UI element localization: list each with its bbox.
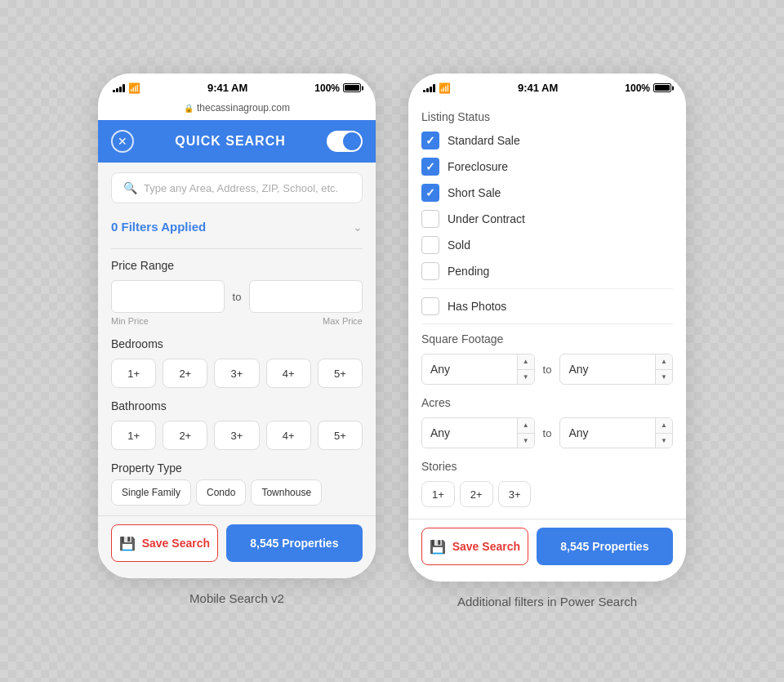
max-price-input[interactable] <box>249 280 363 313</box>
checkbox-has-photos-label: Has Photos <box>448 300 506 313</box>
url-bar-1: 🔒 thecassinagroup.com <box>98 99 376 120</box>
acres-from-input[interactable]: Any ▲ ▼ <box>421 417 535 448</box>
bed-btn-2[interactable]: 2+ <box>163 359 207 388</box>
section-divider-2 <box>421 323 673 324</box>
bed-btn-1[interactable]: 1+ <box>111 359 156 388</box>
acres-from-down[interactable]: ▼ <box>518 434 534 448</box>
acres-to-down[interactable]: ▼ <box>656 434 672 448</box>
checkbox-pending-label: Pending <box>448 265 489 278</box>
price-labels: Min Price Max Price <box>111 316 363 326</box>
properties-button-1[interactable]: 8,545 Properties <box>226 524 363 562</box>
bath-btn-1[interactable]: 1+ <box>111 421 156 450</box>
battery-area-1: 100% <box>314 82 361 94</box>
has-photos-divider <box>421 288 673 289</box>
close-button[interactable]: ✕ <box>111 130 134 153</box>
checkbox-under-contract-check[interactable] <box>421 210 439 228</box>
bed-btn-4[interactable]: 4+ <box>266 359 311 388</box>
url-text-1: thecassinagroup.com <box>197 102 290 114</box>
prop-btn-1[interactable]: Single Family <box>111 479 191 506</box>
max-price-label: Max Price <box>323 316 363 326</box>
toggle-switch[interactable] <box>327 131 363 152</box>
checkbox-short-sale-check[interactable] <box>421 184 439 202</box>
sq-ft-to-down[interactable]: ▼ <box>656 370 672 385</box>
save-search-button-1[interactable]: 💾 Save Search <box>111 524 218 562</box>
divider-1 <box>111 248 363 249</box>
app-header-1: ✕ QUICK SEARCH <box>98 120 376 163</box>
property-type-label: Property Type <box>111 461 363 475</box>
checkbox-under-contract-label: Under Contract <box>448 212 525 225</box>
save-search-text-2: Save Search <box>452 540 520 553</box>
checkbox-has-photos-check[interactable] <box>421 297 439 315</box>
search-bar[interactable]: 🔍 Type any Area, Address, ZIP, School, e… <box>111 172 363 203</box>
sq-ft-from-down[interactable]: ▼ <box>518 370 534 385</box>
stories-row: 1+ 2+ 3+ <box>421 481 673 507</box>
checkbox-standard-sale-check[interactable] <box>421 131 439 149</box>
checkbox-short-sale-label: Short Sale <box>448 186 501 199</box>
wifi-icon-2: 📶 <box>439 82 451 94</box>
checkbox-foreclosure-check[interactable] <box>421 158 439 176</box>
signal-icon <box>113 84 125 92</box>
signal-area: 📶 <box>113 82 140 94</box>
bath-btn-3[interactable]: 3+ <box>214 421 259 450</box>
checkbox-pending-check[interactable] <box>421 262 439 280</box>
min-price-input[interactable] <box>111 280 225 313</box>
bed-btn-3[interactable]: 3+ <box>214 359 259 388</box>
sq-ft-to-value: Any <box>560 363 655 376</box>
save-search-text-1: Save Search <box>142 537 210 550</box>
sq-ft-from-input[interactable]: Any ▲ ▼ <box>421 354 535 385</box>
lock-icon: 🔒 <box>184 104 194 113</box>
filters-count: 0 Filters Applied <box>111 220 206 234</box>
acres-from-up[interactable]: ▲ <box>518 418 534 434</box>
phone1-footer: 💾 Save Search 8,545 Properties <box>98 515 376 578</box>
stories-btn-1[interactable]: 1+ <box>421 481 455 507</box>
signal-icon-2 <box>423 84 435 92</box>
battery-percent-1: 100% <box>314 82 340 94</box>
status-bar-2: 📶 9:41 AM 100% <box>408 74 686 99</box>
phone2-label: Additional filters in Power Search <box>457 595 637 608</box>
sq-ft-to-up[interactable]: ▲ <box>656 354 672 370</box>
sq-ft-from-value: Any <box>422 363 517 376</box>
checkbox-pending: Pending <box>421 262 673 280</box>
stories-btn-2[interactable]: 2+ <box>460 481 493 507</box>
signal-area-2: 📶 <box>423 82 451 94</box>
battery-icon-2 <box>653 83 671 92</box>
checkbox-sold: Sold <box>421 236 673 254</box>
phone2-body: Listing Status Standard Sale Foreclosure… <box>408 99 686 519</box>
bathrooms-row: 1+ 2+ 3+ 4+ 5+ <box>111 421 363 450</box>
checkbox-sold-check[interactable] <box>421 236 439 254</box>
bed-btn-5[interactable]: 5+ <box>318 359 363 388</box>
checkbox-standard-sale: Standard Sale <box>421 131 673 149</box>
checkbox-has-photos: Has Photos <box>421 297 673 315</box>
sq-ft-from-up[interactable]: ▲ <box>518 354 534 370</box>
prop-btn-3[interactable]: Townhouse <box>251 479 322 506</box>
battery-percent-2: 100% <box>625 82 650 94</box>
acres-to-input[interactable]: Any ▲ ▼ <box>559 417 673 448</box>
prop-btn-2[interactable]: Condo <box>196 479 246 506</box>
save-search-button-2[interactable]: 💾 Save Search <box>421 528 528 565</box>
listing-status-label: Listing Status <box>421 110 673 123</box>
properties-button-2[interactable]: 8,545 Properties <box>537 528 673 565</box>
acres-to-up[interactable]: ▲ <box>656 418 672 434</box>
phone2: 📶 9:41 AM 100% Listing Status Standard <box>408 74 686 582</box>
acres-from-arrows: ▲ ▼ <box>517 418 534 448</box>
stories-btn-3[interactable]: 3+ <box>498 481 532 507</box>
square-footage-label: Square Footage <box>421 332 673 345</box>
save-icon-2: 💾 <box>430 539 446 555</box>
sq-ft-to-arrows: ▲ ▼ <box>655 354 672 384</box>
property-type-row: Single Family Condo Townhouse <box>111 479 363 506</box>
acres-label: Acres <box>421 396 673 409</box>
bath-btn-2[interactable]: 2+ <box>163 421 207 450</box>
acres-from-value: Any <box>422 426 517 439</box>
status-time-2: 9:41 AM <box>518 82 558 94</box>
search-input[interactable]: Type any Area, Address, ZIP, School, etc… <box>144 182 338 194</box>
bath-btn-5[interactable]: 5+ <box>318 421 363 450</box>
status-time-1: 9:41 AM <box>207 82 247 94</box>
bath-btn-4[interactable]: 4+ <box>266 421 311 450</box>
sq-ft-to-input[interactable]: Any ▲ ▼ <box>559 354 673 385</box>
checkbox-short-sale: Short Sale <box>421 184 673 202</box>
sq-ft-from-arrows: ▲ ▼ <box>517 354 534 384</box>
checkbox-under-contract: Under Contract <box>421 210 673 228</box>
search-icon: 🔍 <box>123 181 137 194</box>
bedrooms-row: 1+ 2+ 3+ 4+ 5+ <box>111 359 363 388</box>
filters-applied[interactable]: 0 Filters Applied ⌄ <box>111 213 363 240</box>
